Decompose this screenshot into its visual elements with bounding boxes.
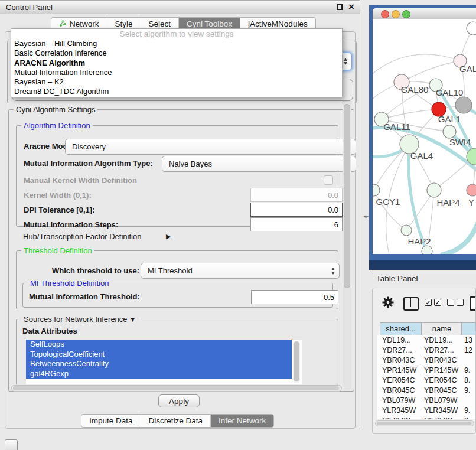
node-gray[interactable] [455,97,472,113]
node-hap2[interactable] [401,225,412,236]
aracne-mode-combobox[interactable]: Discovery [65,139,356,155]
cyni-algorithm-settings-group: Cyni Algorithm Settings Algorithm Defini… [8,109,354,392]
which-threshold-combobox[interactable]: MI Threshold [141,263,340,279]
table-cell[interactable]: 13 [464,335,472,345]
dpi-tolerance-field[interactable] [250,203,343,217]
settings-vertical-scrollbar[interactable] [343,101,351,389]
node-top[interactable] [467,22,476,35]
table-row[interactable]: YIL052CYIL052C9 [377,416,476,419]
table-cell[interactable]: YPR145W [424,366,458,376]
select-all-checkboxes-icon[interactable]: ✓✓ [425,299,444,309]
collapse-down-icon[interactable]: ▼ [129,316,136,323]
expand-right-icon[interactable]: ▶ [166,233,171,240]
table-cell[interactable]: YIL052C [424,416,453,419]
mi-steps-field[interactable] [250,217,343,231]
cyni-bottom-tabbar: Impute DataDiscretize DataInfer Network [81,414,274,428]
table-cell[interactable]: YDL19... [382,335,411,345]
table-row[interactable]: YLR345WYLR345W9. [377,406,476,416]
tab-infer-network[interactable]: Infer Network [210,415,273,427]
traffic-light-minimize[interactable] [392,10,400,18]
table-row[interactable]: YBR045CYBR045C9. [377,386,476,396]
mi-type-combobox[interactable]: Naive Bayes [162,156,356,172]
table-cell[interactable]: 9. [464,366,470,376]
node-swi4[interactable] [443,125,456,138]
table-row[interactable]: YBL079WYBL079W [377,396,476,406]
document-icon[interactable] [470,296,476,311]
column-header-shared[interactable]: shared... [380,322,422,335]
table-row[interactable]: YER054CYER054C8. [377,376,476,386]
tab-discretize-data[interactable]: Discretize Data [141,415,211,427]
table-cell[interactable]: YBL079W [424,396,457,406]
close-icon[interactable]: × [348,1,354,13]
node-y-partial[interactable] [467,184,476,196]
node-hap2-label: HAP2 [407,236,431,246]
scrollbar-thumb[interactable] [344,104,350,288]
dropdown-item-bayesian-k2[interactable]: Bayesian – K2 [11,77,342,87]
float-window-icon[interactable] [337,4,343,10]
dropdown-item-basic-correlation-inference[interactable]: Basic Correlation Inference [11,48,342,58]
table-cell[interactable]: 9 [464,416,468,419]
tab-label: Network [70,19,99,28]
table-cell[interactable]: YBL079W [382,396,415,406]
minimized-panel-icon[interactable] [5,439,18,450]
table-cell[interactable]: 9. [464,406,470,416]
column-header-name[interactable]: name [422,322,462,335]
dropdown-item-mutual-information-inference[interactable]: Mutual Information Inference [11,68,342,77]
table-row[interactable]: YBR043CYBR043C [377,356,476,366]
table-row[interactable]: YDL19...YDL19...13 [377,335,476,345]
table-cell[interactable]: YER054C [382,376,415,386]
network-view-window: GALGAL80GAL10GAL1GAL11SWI4GAL4GCY1HAP4YH… [369,5,476,260]
table-horizontal-scrollbar[interactable] [375,420,474,426]
table-cell[interactable]: YPR145W [382,366,416,376]
table-cell[interactable]: YER054C [424,376,457,386]
dropdown-item-bayesian-hill-climbing[interactable]: Bayesian – Hill Climbing [11,39,342,48]
apply-button[interactable]: Apply [158,394,200,407]
table-cell[interactable]: YLR345W [424,406,458,416]
table-cell[interactable]: 8. [464,376,470,386]
kernel-width-label: Kernel Width (0,1): [24,191,92,200]
hub-definition-label[interactable]: Hub/Transcription Factor Definition [23,232,141,241]
node-swi4-label: SWI4 [449,137,471,147]
node-bottom[interactable] [422,246,432,254]
table-cell[interactable]: YLR345W [382,406,416,416]
list-item-topologicalcoefficient[interactable]: TopologicalCoefficient [26,350,292,360]
node-gcy1[interactable] [373,184,380,196]
tab-impute-data[interactable]: Impute Data [81,415,141,427]
column-split-icon[interactable] [403,297,419,311]
table-cell[interactable]: YBR045C [424,386,457,396]
table-row[interactable]: YDR27...YDR27...12 [377,345,476,356]
gear-icon[interactable] [382,296,394,311]
dropdown-item-aracne-algorithm[interactable]: ARACNE Algorithm [11,58,342,68]
clear-selection-checkboxes-icon[interactable] [447,299,466,309]
settings-horizontal-scrollbar[interactable] [11,385,342,392]
network-edge [402,61,460,82]
table-cell[interactable]: YDL19... [424,335,453,345]
attribute-items: SelfLoopsTopologicalCoefficientBetweenne… [26,340,302,379]
window-title: Control Panel [6,3,53,12]
column-header-cut[interactable] [462,322,476,335]
table-cell[interactable]: YBR045C [382,386,415,396]
traffic-light-close[interactable] [381,10,389,18]
list-item-betweennesscentrality[interactable]: BetweennessCentrality [26,359,292,369]
table-cell[interactable]: 12 [464,345,472,356]
scrollbar-thumb[interactable] [13,386,339,390]
dropdown-item-dream8-dc-tdc-algorithm[interactable]: Dream8 DC_TDC Algorithm [11,87,342,96]
list-item-selfloops[interactable]: SelfLoops [26,340,292,350]
table-cell[interactable]: YBR043C [424,356,457,366]
list-item-gal4rgexp[interactable]: gal4RGexp [26,369,292,379]
traffic-light-zoom[interactable] [402,10,410,18]
list-vertical-scrollbar[interactable] [293,341,300,383]
table-cell[interactable]: YDR27... [424,345,454,356]
table-cell[interactable]: YBR043C [382,356,415,366]
mi-threshold-field[interactable] [251,290,338,304]
table-cell[interactable]: YIL052C [382,416,411,419]
network-canvas[interactable]: GALGAL80GAL10GAL1GAL11SWI4GAL4GCY1HAP4YH… [373,19,476,254]
table-row[interactable]: YPR145WYPR145W9. [377,366,476,376]
table-cell[interactable]: YDR27... [382,345,412,356]
which-threshold-value: MI Threshold [148,266,193,275]
table-cell[interactable]: 9. [464,386,470,396]
scrollbar-thumb[interactable] [377,422,471,425]
network-graph: GALGAL80GAL10GAL1GAL11SWI4GAL4GCY1HAP4YH… [373,19,476,254]
scrollbar-thumb[interactable] [294,341,299,381]
node-hap4[interactable] [427,183,441,197]
